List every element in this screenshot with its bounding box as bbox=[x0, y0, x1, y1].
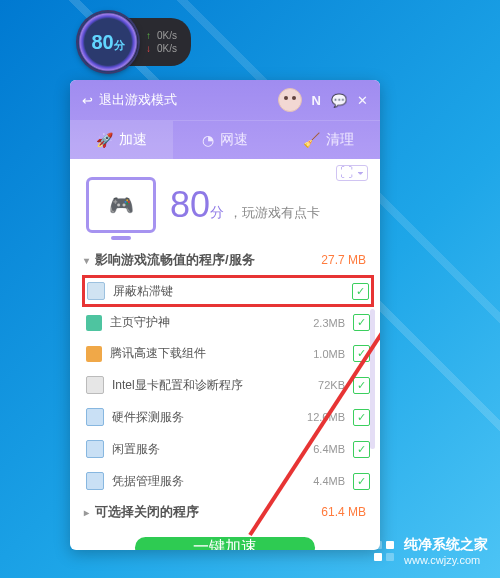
item-size: 12.6MB bbox=[295, 411, 345, 423]
checkbox[interactable]: ✓ bbox=[353, 377, 370, 394]
monitor-icon: 🎮 bbox=[86, 177, 156, 233]
item-name: 主页守护神 bbox=[110, 314, 287, 331]
list-item[interactable]: 腾讯高速下载组件 1.0MB ✓ bbox=[84, 338, 372, 369]
checkbox[interactable]: ✓ bbox=[353, 409, 370, 426]
back-arrow-icon: ↩ bbox=[82, 93, 93, 108]
upload-speed: 0K/s bbox=[157, 30, 177, 41]
floating-score-widget[interactable]: 80分 ↑0K/s ↓0K/s bbox=[78, 12, 191, 72]
item-size: 2.3MB bbox=[295, 317, 345, 329]
tab-label: 网速 bbox=[220, 131, 248, 149]
upload-arrow-icon: ↑ bbox=[146, 30, 151, 41]
chat-bubble-icon[interactable]: 💬 bbox=[331, 93, 347, 108]
watermark: 纯净系统之家 www.cwjzy.com bbox=[372, 536, 488, 566]
exit-label: 退出游戏模式 bbox=[99, 91, 177, 109]
score-block: 🎮 80分 ，玩游戏有点卡 bbox=[70, 159, 380, 245]
main-score-unit: 分 bbox=[210, 204, 224, 220]
rocket-icon: 🚀 bbox=[96, 132, 113, 148]
accelerate-button[interactable]: 一键加速 bbox=[135, 537, 315, 550]
download-arrow-icon: ↓ bbox=[146, 43, 151, 54]
checkbox[interactable]: ✓ bbox=[352, 283, 369, 300]
gear-icon bbox=[86, 376, 104, 394]
list-item[interactable]: Intel显卡配置和诊断程序 72KB ✓ bbox=[84, 369, 372, 401]
checkbox[interactable]: ✓ bbox=[353, 345, 370, 362]
shield-icon bbox=[86, 315, 102, 331]
item-size: 4.4MB bbox=[295, 475, 345, 487]
brand-url: www.cwjzy.com bbox=[404, 554, 488, 566]
item-size: 1.0MB bbox=[295, 348, 345, 360]
section-title: 可选择关闭的程序 bbox=[95, 504, 199, 519]
score-comment: ，玩游戏有点卡 bbox=[229, 205, 320, 220]
item-name: 屏蔽粘滞键 bbox=[113, 283, 286, 300]
letter-n-icon[interactable]: N bbox=[312, 93, 321, 108]
impact-list: 屏蔽粘滞键 ✓ 主页守护神 2.3MB ✓ 腾讯高速下载组件 1.0MB ✓ I… bbox=[70, 275, 380, 497]
panel-header: ↩ 退出游戏模式 N 💬 ✕ 🚀 加速 ◔ 网速 🧹 清理 bbox=[70, 80, 380, 159]
item-name: 闲置服务 bbox=[112, 441, 287, 458]
exit-game-mode-button[interactable]: ↩ 退出游戏模式 bbox=[82, 91, 177, 109]
svg-rect-2 bbox=[386, 541, 394, 549]
item-name: Intel显卡配置和诊断程序 bbox=[112, 377, 287, 394]
section-header-optional[interactable]: ▸可选择关闭的程序 61.4 MB bbox=[70, 497, 380, 527]
doc-icon bbox=[86, 440, 104, 458]
list-item[interactable]: 硬件探测服务 12.6MB ✓ bbox=[84, 401, 372, 433]
tab-bar: 🚀 加速 ◔ 网速 🧹 清理 bbox=[70, 120, 380, 159]
list-item[interactable]: 主页守护神 2.3MB ✓ bbox=[84, 307, 372, 338]
download-speed: 0K/s bbox=[157, 43, 177, 54]
ring-score: 80 bbox=[91, 31, 113, 53]
tab-cleanup[interactable]: 🧹 清理 bbox=[277, 121, 380, 159]
mascot-icon[interactable] bbox=[278, 88, 302, 112]
screen-icon bbox=[87, 282, 105, 300]
close-icon[interactable]: ✕ bbox=[357, 93, 368, 108]
broom-icon: 🧹 bbox=[303, 132, 320, 148]
tab-accelerate[interactable]: 🚀 加速 bbox=[70, 121, 173, 159]
brand-name: 纯净系统之家 bbox=[404, 536, 488, 554]
tab-label: 清理 bbox=[326, 131, 354, 149]
item-size: 6.4MB bbox=[295, 443, 345, 455]
scrollbar[interactable] bbox=[370, 309, 375, 449]
accelerate-label: 一键加速 bbox=[193, 537, 257, 550]
chevron-down-icon: ▾ bbox=[84, 255, 89, 266]
list-item[interactable]: 屏蔽粘滞键 ✓ bbox=[82, 275, 374, 307]
section-size: 27.7 MB bbox=[321, 253, 366, 267]
gauge-icon: ◔ bbox=[202, 132, 214, 148]
checkbox[interactable]: ✓ bbox=[353, 314, 370, 331]
main-score: 80 bbox=[170, 184, 210, 225]
item-size: 72KB bbox=[295, 379, 345, 391]
item-name: 硬件探测服务 bbox=[112, 409, 287, 426]
list-item[interactable]: 凭据管理服务 4.4MB ✓ bbox=[84, 465, 372, 497]
list-item[interactable]: 闲置服务 6.4MB ✓ bbox=[84, 433, 372, 465]
panel-body: ⛶ ▾ 🎮 80分 ，玩游戏有点卡 ▾影响游戏流畅值的程序/服务 27.7 MB… bbox=[70, 159, 380, 550]
checkbox[interactable]: ✓ bbox=[353, 441, 370, 458]
doc-icon bbox=[86, 408, 104, 426]
section-size: 61.4 MB bbox=[321, 505, 366, 519]
tab-label: 加速 bbox=[119, 131, 147, 149]
svg-rect-1 bbox=[374, 541, 382, 549]
section-header-impact[interactable]: ▾影响游戏流畅值的程序/服务 27.7 MB bbox=[70, 245, 380, 275]
svg-rect-3 bbox=[374, 553, 382, 561]
item-name: 腾讯高速下载组件 bbox=[110, 345, 287, 362]
section-title: 影响游戏流畅值的程序/服务 bbox=[95, 252, 255, 267]
item-name: 凭据管理服务 bbox=[112, 473, 287, 490]
svg-rect-4 bbox=[386, 553, 394, 561]
checkbox[interactable]: ✓ bbox=[353, 473, 370, 490]
chevron-right-icon: ▸ bbox=[84, 507, 89, 518]
score-ring[interactable]: 80分 bbox=[78, 12, 138, 72]
tab-netspeed[interactable]: ◔ 网速 bbox=[173, 121, 276, 159]
game-mode-panel: ↩ 退出游戏模式 N 💬 ✕ 🚀 加速 ◔ 网速 🧹 清理 bbox=[70, 80, 380, 550]
ring-unit: 分 bbox=[114, 39, 125, 51]
doc-icon bbox=[86, 472, 104, 490]
box-icon bbox=[86, 346, 102, 362]
brand-logo-icon bbox=[372, 539, 396, 563]
screen-mode-icon[interactable]: ⛶ ▾ bbox=[336, 165, 368, 181]
